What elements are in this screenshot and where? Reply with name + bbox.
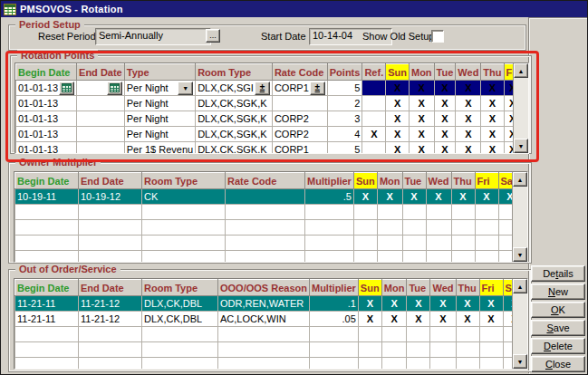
cell[interactable] [305,220,354,236]
rate-code-cell[interactable]: CORP2 [272,127,327,142]
ooo-row[interactable]: 11-21-1111-21-12DLX,CK,DBLODR,REN,WATER.… [15,296,527,312]
day-cell[interactable]: X [358,312,381,327]
calendar-icon-button[interactable] [107,82,122,95]
room-type-cell[interactable]: DLX,CK,SGI± [196,81,273,96]
ooo-service-scrollbar[interactable]: ▲ ▼ [512,279,527,369]
day-cell[interactable]: X [409,127,434,142]
button-delete[interactable]: Delete [531,338,585,354]
rotation-row[interactable]: 01-01-13Per NightDLX,CK,SGK,KCORP23XXXXX… [16,111,530,127]
end-date-cell[interactable]: 11-21-12 [79,296,142,312]
day-cell[interactable]: X [386,142,410,155]
day-cell[interactable]: X [456,312,479,327]
cell[interactable] [226,251,305,264]
points-cell[interactable]: 2 [327,96,362,111]
cell[interactable] [218,358,310,370]
reset-period-browse-button[interactable]: ... [206,29,220,43]
day-cell[interactable]: X [481,111,504,127]
multiplier-cell[interactable]: .5 [305,189,354,205]
cell[interactable] [15,205,79,220]
ooo-row[interactable]: 11-21-1111-21-12DLX,CK,DBLAC,LOCK,WIN.05… [15,312,527,327]
day-cell[interactable]: X [456,296,479,312]
dropdown-arrow-icon[interactable]: ▼ [178,82,193,95]
button-close[interactable]: Close [531,356,585,372]
ooo-empty-row[interactable] [15,358,527,370]
cell[interactable] [451,251,475,264]
day-cell[interactable]: X [386,111,410,127]
day-cell[interactable]: X [426,189,451,205]
cell[interactable] [426,205,451,220]
cell[interactable] [15,251,79,264]
type-cell[interactable]: Per Night [124,127,195,142]
end-date-cell[interactable] [77,81,125,96]
cell[interactable] [79,342,142,358]
end-date-cell[interactable] [77,96,125,111]
points-cell[interactable]: 5 [327,142,362,155]
cell[interactable] [353,220,377,236]
owner-row[interactable]: 10-19-1110-19-12CK.5XXXXXXX [15,189,523,205]
cell[interactable] [377,236,402,251]
scroll-up-icon[interactable]: ▲ [514,63,528,78]
reason-cell[interactable]: AC,LOCK,WIN [218,312,310,327]
rotation-row[interactable]: 01-01-13Per NightDLX,CK,SGK,KCORP24XXXXX… [16,127,530,142]
reset-period-field[interactable]: Semi-Annually [95,28,211,45]
cell[interactable] [475,251,498,264]
cell[interactable] [305,236,354,251]
scroll-down-icon[interactable]: ▼ [513,354,527,369]
cell[interactable] [309,342,358,358]
ooo-empty-row[interactable] [15,327,527,342]
show-old-setup-checkbox[interactable] [431,30,444,43]
begin-date-cell[interactable]: 01-01-13 [16,142,77,155]
ref-cell[interactable] [362,96,386,111]
cell[interactable] [407,327,430,342]
day-cell[interactable]: X [409,96,434,111]
begin-date-cell[interactable]: 11-21-11 [15,296,79,312]
day-cell[interactable]: X [353,189,377,205]
day-cell[interactable]: X [381,312,407,327]
cell[interactable] [218,342,310,358]
multiplier-cell[interactable]: .05 [309,312,358,327]
cell[interactable] [407,342,430,358]
cell[interactable] [479,327,503,342]
owner-empty-row[interactable] [15,251,523,264]
lov-button-icon[interactable]: ± [255,82,270,95]
cell[interactable] [402,251,426,264]
room-type-cell[interactable]: DLX,CK,SGK,K [196,127,273,142]
ref-cell[interactable] [362,142,386,155]
day-cell[interactable]: X [430,296,456,312]
ref-cell[interactable]: X [362,127,386,142]
day-cell[interactable]: X [479,312,503,327]
rotation-row[interactable]: 01-01-13Per 1$ RevenuDLX,CK,SGK,KCORP15X… [16,142,530,155]
titlebar[interactable]: PMSOVOS - Rotation [1,1,587,17]
cell[interactable] [79,358,142,370]
cell[interactable] [353,251,377,264]
day-cell[interactable]: X [479,296,503,312]
cell[interactable] [451,205,475,220]
button-new[interactable]: New [531,284,585,300]
room-type-cell[interactable]: CK [142,189,226,205]
begin-date-cell[interactable]: 01-01-13 [16,111,77,127]
type-cell[interactable]: Per Night [124,96,195,111]
day-cell[interactable]: X [456,127,481,142]
rate-code-cell[interactable]: CORP1 [272,142,327,155]
day-cell[interactable]: X [434,111,456,127]
cell[interactable] [142,251,226,264]
cell[interactable] [309,327,358,342]
cell[interactable] [456,327,479,342]
multiplier-cell[interactable]: .1 [309,296,358,312]
end-date-cell[interactable] [77,142,125,155]
cell[interactable] [426,236,451,251]
cell[interactable] [79,251,142,264]
begin-date-cell[interactable]: 01-01-13 [16,127,77,142]
points-cell[interactable]: 3 [327,111,362,127]
cell[interactable] [381,327,407,342]
begin-date-cell[interactable]: 10-19-11 [15,189,79,205]
end-date-cell[interactable] [77,111,125,127]
cell[interactable] [358,358,381,370]
day-cell[interactable]: X [475,189,498,205]
ooo-empty-row[interactable] [15,342,527,358]
calendar-icon-button[interactable] [59,82,74,95]
rotation-row[interactable]: 01-01-13Per NightDLX,CK,SGK,K2XXXXXXX [16,96,530,111]
cell[interactable] [377,220,402,236]
day-cell[interactable]: X [386,127,410,142]
cell[interactable] [426,220,451,236]
